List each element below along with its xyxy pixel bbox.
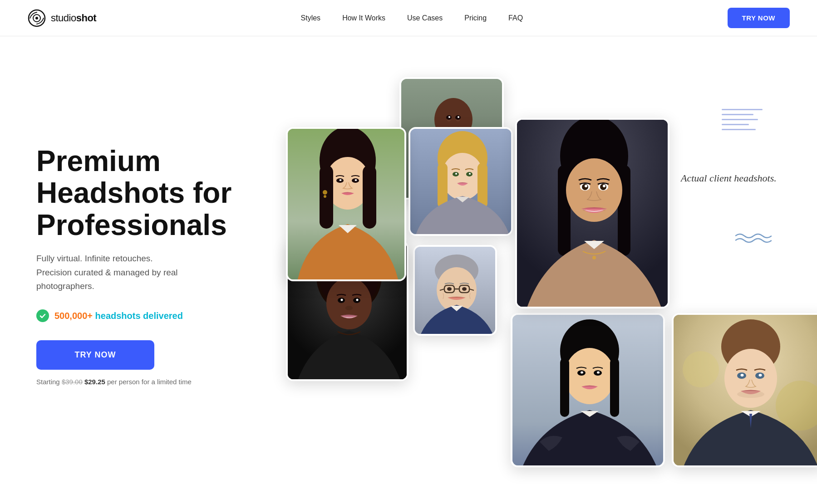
svg-point-88	[724, 349, 777, 408]
svg-point-63	[592, 256, 596, 259]
logo-text: studioshot	[51, 12, 96, 24]
hero-collage: Actual client headshots.	[272, 64, 781, 494]
hero-badge: 500,000+ headshots delivered	[36, 309, 272, 322]
nav-styles[interactable]: Styles	[301, 14, 321, 22]
badge-text: 500,000+ headshots delivered	[54, 311, 183, 321]
check-icon	[36, 309, 49, 322]
photo-card-8	[672, 313, 817, 467]
svg-rect-29	[477, 163, 487, 208]
photo-card-2	[286, 127, 406, 281]
svg-point-44	[356, 299, 359, 301]
nav-links: Styles How It Works Use Cases Pricing FA…	[301, 14, 523, 22]
svg-point-84	[683, 351, 719, 387]
svg-rect-77	[610, 358, 619, 417]
decorative-waves	[735, 231, 772, 247]
hero-pricing: Starting $39.00 $29.25 per person for a …	[36, 378, 272, 386]
deco-line-2	[722, 114, 753, 115]
svg-rect-16	[320, 165, 333, 229]
svg-point-69	[603, 185, 605, 187]
hero-title: Premium Headshots for Professionals	[36, 145, 272, 241]
badge-number: 500,000+	[54, 311, 93, 321]
deco-line-3	[722, 119, 758, 120]
svg-point-43	[341, 299, 343, 301]
svg-point-27	[442, 153, 483, 200]
svg-point-91	[741, 374, 744, 377]
svg-point-11	[458, 116, 459, 118]
svg-point-68	[585, 185, 587, 187]
svg-point-75	[565, 348, 615, 404]
nav-how-it-works[interactable]: How It Works	[342, 14, 385, 22]
logo[interactable]: studioshot	[27, 9, 96, 28]
photo-card-3	[408, 127, 513, 236]
svg-point-92	[759, 374, 762, 377]
svg-point-56	[462, 287, 467, 291]
svg-point-32	[455, 173, 457, 175]
svg-point-21	[355, 179, 357, 181]
deco-line-5	[722, 129, 756, 130]
svg-point-55	[447, 287, 452, 291]
svg-point-45	[345, 306, 353, 310]
nav-pricing[interactable]: Pricing	[464, 14, 487, 22]
svg-point-93	[737, 391, 764, 398]
deco-line-4	[722, 124, 749, 125]
photo-card-5	[413, 245, 497, 336]
svg-point-81	[597, 372, 600, 374]
svg-rect-76	[560, 358, 569, 417]
svg-point-80	[581, 372, 583, 374]
svg-point-20	[340, 179, 342, 181]
decorative-lines	[722, 109, 763, 130]
navbar: studioshot Styles How It Works Use Cases…	[0, 0, 817, 36]
svg-point-71	[603, 208, 605, 211]
svg-point-22	[323, 190, 327, 195]
hero-left: Premium Headshots for Professionals Full…	[36, 64, 272, 386]
badge-suffix: headshots delivered	[93, 311, 183, 321]
hero-section: Premium Headshots for Professionals Full…	[0, 36, 817, 504]
photo-card-7	[511, 313, 665, 467]
logo-icon	[27, 9, 46, 28]
photo-card-6	[515, 118, 669, 308]
hero-cta-button[interactable]: TRY NOW	[36, 340, 154, 370]
svg-rect-28	[438, 163, 448, 208]
svg-point-10	[448, 116, 450, 118]
nav-faq[interactable]: FAQ	[508, 14, 523, 22]
svg-point-70	[583, 208, 586, 211]
actual-client-label: Actual client headshots.	[681, 172, 777, 184]
svg-point-40	[326, 278, 372, 329]
svg-point-33	[469, 173, 471, 175]
nav-try-now-button[interactable]: TRY NOW	[728, 8, 790, 28]
svg-point-2	[35, 17, 38, 20]
hero-subtitle: Fully virtual. Infinite retouches.Precis…	[36, 252, 227, 293]
svg-rect-17	[363, 165, 376, 229]
deco-line-1	[722, 109, 763, 110]
svg-point-23	[324, 195, 326, 198]
nav-use-cases[interactable]: Use Cases	[407, 14, 443, 22]
